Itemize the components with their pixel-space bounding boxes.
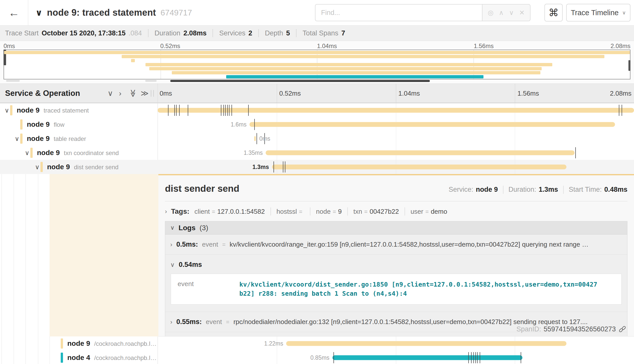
span-tree-item[interactable]: ∨node 9table reader (0, 132, 158, 146)
span-operation-name: /cockroach.roachpb.I… (94, 340, 157, 347)
log-marker-tick (575, 147, 576, 158)
span-timeline-cell[interactable]: 1.3ms (158, 160, 634, 174)
span-tree-item[interactable]: ∨node 9traced statement (0, 103, 158, 117)
clear-find-icon[interactable]: ✕ (519, 9, 525, 17)
span-collapse-chevron-icon[interactable]: ∨ (25, 149, 29, 157)
find-tools: ◎ ∧ ∨ ✕ (482, 4, 531, 21)
log-entry-header[interactable]: ›0.5ms:event=kv/kvclient/kvcoord/range_i… (170, 241, 622, 248)
link-icon[interactable] (618, 325, 626, 333)
log-marker-tick (619, 105, 619, 116)
page-title: node 9: traced statement (47, 7, 156, 18)
span-timeline-cell[interactable]: 1.6ms (158, 117, 634, 132)
keyboard-shortcuts-button[interactable]: ⌘ (544, 4, 563, 22)
column-resize-handle[interactable] (151, 90, 154, 97)
minimap-scroll-thumb[interactable] (170, 80, 430, 82)
span-tree-item[interactable]: ∨node 9txn coordinator send (0, 146, 158, 160)
stat-value: node 9 (476, 186, 498, 194)
expand-one-icon[interactable]: › (119, 90, 121, 97)
span-timeline-cell[interactable]: 0.85ms (158, 351, 634, 364)
span-bar[interactable] (332, 355, 522, 360)
log-timestamp: 0.5ms: (176, 241, 198, 248)
prev-match-icon[interactable]: ∧ (499, 9, 504, 17)
trace-info-label: Depth (265, 29, 283, 37)
span-id-value: 5597415943526560273 (544, 325, 616, 333)
log-marker-tick (468, 352, 469, 363)
span-tree-item[interactable]: ∨node 9dist sender send (0, 160, 158, 174)
stat-separator (563, 186, 564, 194)
view-dropdown-button[interactable]: Trace Timeline ∨ (566, 4, 630, 22)
tag-separator (347, 207, 348, 216)
minimap-span-bar (122, 55, 604, 58)
minimap-span-bar (149, 67, 542, 70)
span-row[interactable]: node 4/cockroach.roachpb.I…0.85ms (0, 351, 634, 364)
span-service-name: node 4 (67, 354, 90, 361)
minimap-tick-label: 2.08ms (610, 42, 630, 50)
trace-info-value: 5 (286, 29, 290, 37)
span-tree-item[interactable]: node 4/cockroach.roachpb.I… (0, 351, 158, 364)
span-bar[interactable] (254, 136, 256, 141)
expand-all-icon[interactable]: ≫ (141, 90, 149, 97)
collapse-one-icon[interactable]: ∨ (108, 90, 113, 97)
span-row[interactable]: ∨node 9table reader0ms (0, 132, 634, 146)
collapse-all-icon[interactable]: ≫ (129, 89, 137, 97)
span-collapse-chevron-icon[interactable]: ∨ (35, 163, 39, 171)
info-separator (258, 29, 259, 37)
find-input[interactable] (315, 4, 482, 21)
minimap-canvas[interactable] (4, 50, 630, 79)
log-marker-tick (521, 352, 521, 363)
log-field-value: kv/kvclient/kvcoord/dist_sender.go:1850 … (239, 280, 599, 298)
back-button[interactable]: ← (0, 0, 28, 25)
trace-info-item: Trace StartOctober 15 2020, 17:38:15.084 (5, 29, 142, 37)
trace-info-item: Duration2.08ms (155, 29, 207, 37)
info-separator (296, 29, 297, 37)
span-bar[interactable] (272, 165, 566, 169)
log-entry-header[interactable]: ›0.55ms:event=rpc/nodedialer/nodedialer.… (170, 318, 622, 326)
span-color-marker (61, 353, 63, 363)
chevron-right-icon: › (165, 208, 167, 215)
span-timeline-cell[interactable]: 0ms (158, 132, 634, 146)
span-row[interactable]: ∨node 9txn coordinator send1.35ms (0, 146, 634, 160)
minimap-scrollbar[interactable] (4, 80, 630, 82)
collapse-trace-chevron-icon[interactable]: ∨ (35, 8, 43, 18)
span-timeline-cell[interactable]: 1.22ms (158, 336, 634, 351)
span-bar[interactable] (286, 341, 566, 346)
minimap-tick-label: 1.04ms (317, 42, 337, 50)
span-operation-name: /cockroach.roachpb.I… (94, 354, 157, 361)
span-tree-item[interactable]: node 9/cockroach.roachpb.I… (0, 336, 158, 351)
span-name-group: node 9traced statement (17, 106, 157, 114)
span-row[interactable]: node 9/cockroach.roachpb.I…1.22ms (0, 336, 634, 351)
span-bar[interactable] (249, 122, 615, 127)
span-color-marker (10, 105, 12, 115)
tag-item: txn=00427b22 (353, 208, 399, 216)
minimap-right-drag-handle[interactable] (628, 60, 630, 71)
trace-info-value: 2.08ms (183, 29, 207, 37)
span-detail-zone: dist sender send Service:node 9Duration:… (0, 174, 634, 336)
timeline-axis: 0ms0.52ms1.04ms1.56ms2.08ms (158, 84, 634, 103)
trace-info-value: October 15 2020, 17:38:15 (42, 29, 126, 37)
log-timestamp: 0.54ms (179, 261, 202, 269)
tag-separator (310, 207, 310, 216)
log-entry-header[interactable]: ∨0.54ms (170, 261, 622, 269)
span-service-name: node 9 (27, 135, 50, 142)
target-icon[interactable]: ◎ (488, 9, 494, 17)
row-gridline (277, 132, 277, 146)
tags-row[interactable]: › Tags: client=127.0.0.1:54582hostssl=no… (165, 207, 627, 216)
span-row[interactable]: ∨node 9dist sender send1.3ms (0, 160, 634, 174)
span-collapse-chevron-icon[interactable]: ∨ (15, 135, 19, 142)
span-tree-item[interactable]: node 9flow (0, 117, 158, 132)
log-marker-tick (174, 105, 175, 116)
log-marker-tick (285, 161, 285, 173)
span-name-group: node 9dist sender send (47, 163, 157, 171)
span-operation-name: flow (54, 121, 65, 128)
span-collapse-chevron-icon[interactable]: ∨ (5, 107, 9, 114)
logs-header[interactable]: ∨ Logs (3) (165, 221, 627, 234)
next-match-icon[interactable]: ∨ (509, 9, 514, 17)
tags-items: client=127.0.0.1:54582hostssl=node=9txn=… (195, 207, 447, 216)
span-timeline-cell[interactable] (158, 103, 634, 117)
span-row[interactable]: ∨node 9traced statement (0, 103, 634, 117)
span-bar[interactable] (266, 151, 574, 155)
command-icon: ⌘ (548, 7, 559, 18)
span-row[interactable]: node 9flow1.6ms (0, 117, 634, 132)
span-rows: ∨node 9traced statementnode 9flow1.6ms∨n… (0, 103, 634, 174)
span-timeline-cell[interactable]: 1.35ms (158, 146, 634, 160)
